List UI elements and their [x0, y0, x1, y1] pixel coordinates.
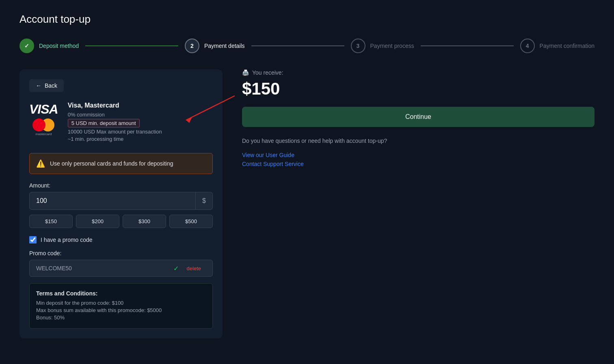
promo-section: Promo code: ✓ delete	[29, 250, 213, 277]
promo-check-row: I have a promo code	[29, 236, 213, 243]
payment-details-text: Visa, Mastercard 0% commission 5 USD min…	[68, 102, 213, 143]
step-connector-2	[251, 45, 344, 46]
step-4-label: Payment confirmation	[540, 43, 595, 49]
preset-500[interactable]: $500	[169, 215, 213, 228]
preset-200[interactable]: $200	[76, 215, 119, 228]
receive-label: 🖨️ You receive:	[242, 69, 595, 76]
promo-label: Promo code:	[29, 250, 213, 256]
payment-method-info: VISA mastercard Visa, Mastercard 0% comm…	[29, 102, 213, 143]
left-panel: ← Back VISA mastercard	[19, 69, 223, 338]
receipt-icon: 🖨️	[242, 69, 249, 76]
mastercard-logo: mastercard	[32, 118, 54, 136]
step-connector-3	[421, 45, 514, 46]
terms-line-1: Min deposit for the promo code: $100	[36, 300, 206, 306]
terms-line-3: Bonus: 50%	[36, 314, 206, 321]
amount-input-wrapper: $	[29, 192, 213, 210]
warning-box: ⚠️ Use only personal cards and funds for…	[29, 153, 213, 174]
user-guide-link[interactable]: View our User Guide	[242, 152, 595, 158]
step-connector-1	[85, 45, 178, 46]
main-layout: ← Back VISA mastercard	[19, 69, 595, 338]
page-container: Account top-up ✓ Deposit method 2 Paymen…	[0, 0, 614, 351]
step-1-circle: ✓	[19, 39, 34, 53]
support-link[interactable]: Contact Support Service	[242, 161, 595, 167]
preset-amounts: $150 $200 $300 $500	[29, 215, 213, 228]
promo-input[interactable]	[30, 260, 169, 276]
delete-promo-button[interactable]: delete	[180, 262, 208, 275]
step-3-circle: 3	[351, 39, 365, 53]
receive-amount: $150	[242, 79, 595, 99]
page-title: Account top-up	[19, 13, 595, 26]
payment-method-name: Visa, Mastercard	[68, 102, 213, 109]
delete-checkmark-icon: ✓	[173, 265, 179, 272]
card-logos: VISA mastercard	[29, 102, 58, 136]
receive-label-text: You receive:	[252, 69, 283, 76]
step-1-label: Deposit method	[39, 43, 79, 49]
stepper: ✓ Deposit method 2 Payment details 3 Pay…	[19, 39, 595, 53]
step-2: 2 Payment details	[185, 39, 245, 53]
back-label: Back	[45, 82, 57, 89]
step-2-circle: 2	[185, 39, 199, 53]
mc-label: mastercard	[35, 132, 52, 136]
back-button[interactable]: ← Back	[29, 79, 64, 92]
delete-section: ✓ delete	[169, 262, 212, 275]
preset-150[interactable]: $150	[29, 215, 73, 228]
amount-label: Amount:	[29, 182, 213, 189]
promo-input-wrapper: ✓ delete	[29, 260, 213, 277]
visa-logo: VISA	[29, 102, 58, 117]
step-3: 3 Payment process	[351, 39, 414, 53]
processing-time-text: ~1 min. processing time	[68, 136, 213, 142]
terms-box: Terms and Conditions: Min deposit for th…	[29, 283, 213, 329]
amount-section: Amount: $ $150 $200 $300 $500	[29, 182, 213, 228]
promo-checkbox[interactable]	[29, 236, 37, 243]
help-section: Do you have questions or need help with …	[242, 137, 595, 145]
min-deposit-text: 5 USD min. deposit amount	[68, 119, 140, 127]
right-panel: 🖨️ You receive: $150 Continue Do you hav…	[242, 69, 595, 170]
terms-title: Terms and Conditions:	[36, 290, 206, 297]
back-arrow-icon: ←	[36, 82, 41, 89]
step-2-label: Payment details	[204, 43, 245, 49]
max-amount-text: 10000 USD Max amount per transaction	[68, 129, 213, 135]
amount-input[interactable]	[30, 192, 195, 209]
step-4: 4 Payment confirmation	[520, 39, 595, 53]
step-3-label: Payment process	[370, 43, 414, 49]
step-1: ✓ Deposit method	[19, 39, 79, 53]
commission-text: 0% commission	[68, 112, 213, 118]
promo-check-label: I have a promo code	[41, 237, 93, 243]
preset-300[interactable]: $300	[123, 215, 166, 228]
step-4-circle: 4	[520, 39, 535, 53]
terms-line-2: Max bonus sum available with this promoc…	[36, 307, 206, 313]
warning-text: Use only personal cards and funds for de…	[50, 160, 173, 167]
warning-icon: ⚠️	[36, 159, 45, 168]
currency-symbol: $	[195, 192, 212, 209]
continue-button[interactable]: Continue	[242, 107, 595, 127]
